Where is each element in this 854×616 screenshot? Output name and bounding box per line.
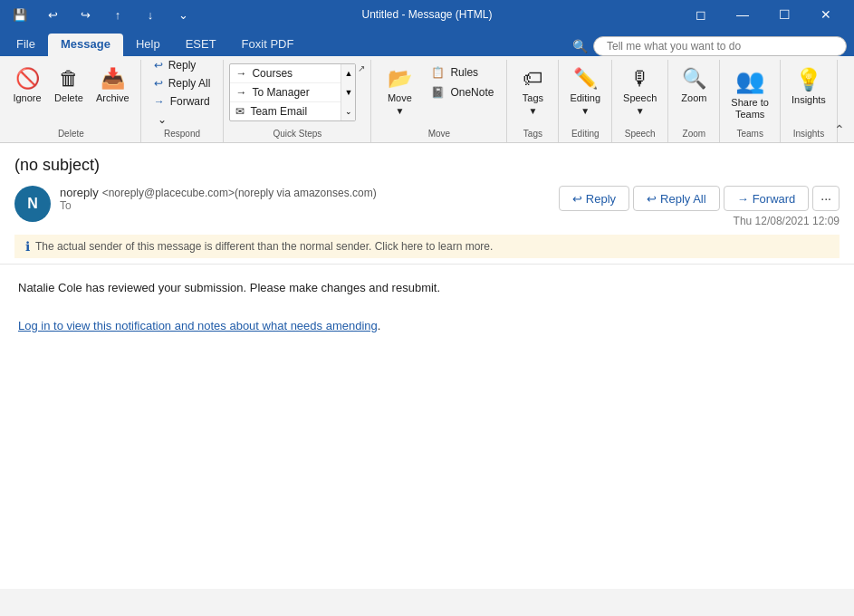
minimize-button[interactable]: — [722,0,763,29]
maximize-button[interactable]: ☐ [763,0,805,29]
editing-group-label: Editing [564,127,606,142]
zoom-group-label: Zoom [674,127,714,142]
tab-eset[interactable]: ESET [173,34,229,56]
ribbon-group-quicksteps: → Courses → To Manager ✉ Team Email ▲ ▼ … [224,60,371,142]
archive-button[interactable]: 📥 Archive [91,63,135,121]
reply-all-ribbon-icon: ↩ [154,77,163,90]
editing-button[interactable]: ✏️ Editing ▼ [564,63,606,121]
more-actions-button[interactable]: ··· [812,186,840,211]
quicksteps-expand[interactable]: ⌄ [341,101,355,120]
reply-ribbon-button[interactable]: ↩ Reply [147,56,218,74]
more-respond-button[interactable]: ⌄ [147,111,218,129]
tab-foxit[interactable]: Foxit PDF [229,34,307,56]
team-email-icon: ✉ [235,105,245,118]
courses-arrow-icon: → [235,67,246,80]
tags-button[interactable]: 🏷 Tags ▼ [513,63,552,121]
delete-button[interactable]: 🗑 Delete [49,63,89,121]
info-icon: ℹ [25,239,30,254]
teams-group-content: 👥 Share toTeams [725,60,774,127]
ribbon-group-editing: ✏️ Editing ▼ Editing [559,60,612,142]
ignore-button[interactable]: 🚫 Ignore [7,63,47,121]
insights-group-content: 💡 Insights [786,60,831,127]
qat-save-button[interactable]: 💾 [7,2,33,27]
qat-undo-button[interactable]: ↩ [40,2,65,27]
move-side-buttons: 📋 Rules 📓 OneNote [424,63,501,101]
reply-all-button[interactable]: ↩ Reply All [633,186,720,211]
email-area: (no subject) N noreply <noreply@placecub… [0,143,854,589]
body-link[interactable]: Log in to view this notification and not… [18,319,378,332]
onenote-icon: 📓 [431,86,445,99]
zoom-button[interactable]: 🔍 Zoom [674,63,714,121]
email-right-panel: ↩ Reply ↩ Reply All → Forward ··· Thu 12… [559,186,840,227]
rules-icon: 📋 [431,66,445,79]
qat-down-button[interactable]: ↓ [138,2,163,27]
email-action-buttons: ↩ Reply ↩ Reply All → Forward ··· [559,186,840,211]
rules-button[interactable]: 📋 Rules [424,63,501,82]
qat-redo-button[interactable]: ↪ [72,2,98,27]
editing-icon: ✏️ [573,67,598,91]
reply-button[interactable]: ↩ Reply [559,186,629,211]
insights-button[interactable]: 💡 Insights [786,63,831,121]
forward-ribbon-button[interactable]: → Forward [147,92,218,111]
email-meta-row: N noreply <noreply@placecube.com>(norepl… [14,186,840,227]
teams-button[interactable]: 👥 Share toTeams [725,63,774,121]
delete-group-label: Delete [7,127,135,142]
search-icon: 🔍 [572,39,588,53]
archive-icon: 📥 [101,67,125,91]
move-group-label: Move [377,127,501,142]
ribbon-body: 🚫 Ignore 🗑 Delete 📥 Archive Delete ↩ Rep… [0,56,854,143]
quicksteps-scrollbar: ▲ ▼ ⌄ [341,64,355,120]
body-link-paragraph: Log in to view this notification and not… [18,317,836,336]
warning-bar[interactable]: ℹ The actual sender of this message is d… [14,235,840,258]
move-icon: 📂 [388,67,412,91]
reply-all-ribbon-button[interactable]: ↩ Reply All [147,74,218,92]
body-paragraph: Natalie Cole has reviewed your submissio… [18,279,836,298]
quicksteps-launcher: ↗ [358,63,365,77]
quickstep-courses[interactable]: → Courses [230,64,355,83]
search-input[interactable] [593,36,847,56]
sender-avatar: N [14,186,51,222]
quicksteps-scroll-down[interactable]: ▼ [341,83,355,102]
editing-dropdown-icon: ▼ [581,106,590,116]
delete-group-content: 🚫 Ignore 🗑 Delete 📥 Archive [7,60,135,127]
email-subject: (no subject) [14,156,840,175]
move-group-content: 📂 Move ▼ 📋 Rules 📓 OneNote [377,60,501,127]
speech-group-content: 🎙 Speech ▼ [618,60,662,127]
ribbon-collapse-button[interactable]: ⌃ [829,120,850,139]
tab-file[interactable]: File [4,34,48,56]
quicksteps-scroll-up[interactable]: ▲ [341,64,355,83]
email-body: Natalie Cole has reviewed your submissio… [0,265,854,350]
ribbon-group-delete: 🚫 Ignore 🗑 Delete 📥 Archive Delete [2,60,141,142]
ribbon-group-tags: 🏷 Tags ▼ Tags [507,60,559,142]
speech-button[interactable]: 🎙 Speech ▼ [618,63,662,121]
move-button[interactable]: 📂 Move ▼ [377,63,422,121]
insights-icon: 💡 [795,67,822,92]
sender-name: noreply [60,186,99,199]
email-date: Thu 12/08/2021 12:09 [734,215,840,227]
respond-col: ↩ Reply ↩ Reply All → Forward ⌄ [147,63,218,121]
restore-button[interactable]: ◻ [680,0,722,29]
warning-text: The actual sender of this message is dif… [35,240,493,253]
quicksteps-launcher-icon[interactable]: ↗ [358,63,365,73]
sender-details: noreply <noreply@placecube.com>(noreply … [60,186,559,212]
teams-icon: 👥 [735,67,764,95]
onenote-button[interactable]: 📓 OneNote [424,83,501,101]
close-button[interactable]: ✕ [805,0,847,29]
move-dropdown-icon: ▼ [395,106,404,116]
speech-dropdown-icon: ▼ [636,106,645,116]
editing-group-content: ✏️ Editing ▼ [564,60,606,127]
qat-more-button[interactable]: ⌄ [170,2,196,27]
ribbon-group-move: 📂 Move ▼ 📋 Rules 📓 OneNote Move [371,60,507,142]
qat-up-button[interactable]: ↑ [105,2,130,27]
sender-email: <noreply@placecube.com>(noreply via amaz… [102,187,377,199]
quicksteps-group-content: → Courses → To Manager ✉ Team Email ▲ ▼ … [229,60,365,127]
tab-message[interactable]: Message [48,34,123,56]
quickstep-team-email[interactable]: ✉ Team Email [230,102,355,121]
sender-name-row: noreply <noreply@placecube.com>(noreply … [60,186,559,199]
tab-help[interactable]: Help [123,34,173,56]
speech-group-label: Speech [618,127,662,142]
ignore-icon: 🚫 [15,67,40,91]
forward-button[interactable]: → Forward [724,186,810,211]
window-controls: ◻ — ☐ ✕ [680,0,847,29]
quickstep-to-manager[interactable]: → To Manager [230,83,355,102]
